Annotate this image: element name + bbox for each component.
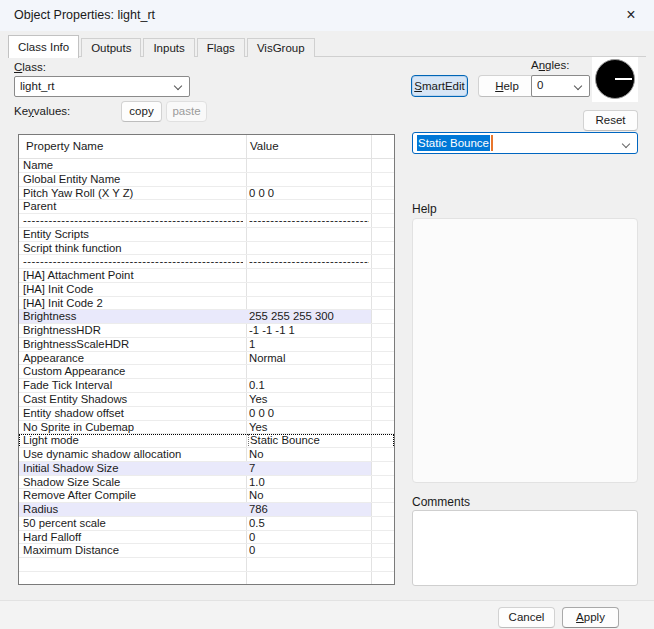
tab-visgroup[interactable]: VisGroup xyxy=(247,38,315,57)
text-caret xyxy=(491,135,493,151)
tab-inputs[interactable]: Inputs xyxy=(143,38,194,57)
property-value-cell: ----------------------------------------… xyxy=(249,255,369,269)
property-name-cell: Initial Shadow Size xyxy=(23,462,243,476)
smartedit-button[interactable]: SmartEdit xyxy=(411,75,468,97)
property-value-cell: 0.5 xyxy=(249,517,369,531)
property-row[interactable] xyxy=(19,558,394,572)
property-name-cell: [HA] Init Code xyxy=(23,283,243,297)
property-name-cell: Fade Tick Interval xyxy=(23,379,243,393)
property-name-cell: [HA] Init Code 2 xyxy=(23,297,243,311)
property-value-cell: 255 255 255 300 xyxy=(249,310,369,324)
chevron-down-icon[interactable] xyxy=(574,82,582,90)
property-row[interactable] xyxy=(19,572,394,585)
property-value-cell: 1 xyxy=(249,338,369,352)
property-name-cell: Light mode xyxy=(23,434,243,448)
property-row[interactable]: Script think function xyxy=(19,242,394,256)
angle-needle-icon xyxy=(615,78,632,80)
property-row[interactable]: [HA] Init Code 2 xyxy=(19,297,394,311)
paste-button[interactable]: paste xyxy=(166,101,207,122)
property-name-cell: BrightnessHDR xyxy=(23,324,243,338)
property-row[interactable]: ----------------------------------------… xyxy=(19,214,394,228)
property-table: Property Name Value Name Global Entity N… xyxy=(18,134,395,585)
chevron-down-icon[interactable] xyxy=(174,82,182,90)
property-row[interactable]: Brightness 255 255 255 300 xyxy=(19,310,394,324)
property-row[interactable]: [HA] Attachment Point xyxy=(19,269,394,283)
footer-bar: Cancel Apply xyxy=(0,600,654,629)
help-content-box xyxy=(412,218,638,483)
window-title: Object Properties: light_rt xyxy=(14,0,155,31)
property-row[interactable]: 50 percent scale 0.5 xyxy=(19,517,394,531)
property-row[interactable]: BrightnessHDR -1 -1 -1 1 xyxy=(19,324,394,338)
property-row[interactable]: Initial Shadow Size 7 xyxy=(19,462,394,476)
apply-button[interactable]: Apply xyxy=(562,607,619,628)
comments-input[interactable] xyxy=(412,510,638,586)
property-name-cell: [HA] Attachment Point xyxy=(23,269,243,283)
value-editor-selected-text: Static Bounce xyxy=(417,135,490,151)
property-name-cell: Maximum Distance xyxy=(23,544,243,558)
property-name-cell: Global Entity Name xyxy=(23,173,243,187)
property-name-cell: Use dynamic shadow allocation xyxy=(23,448,243,462)
value-editor-combo[interactable]: Static Bounce xyxy=(412,132,638,154)
property-row[interactable]: BrightnessScaleHDR 1 xyxy=(19,338,394,352)
property-table-header: Property Name Value xyxy=(19,135,394,159)
class-combo[interactable]: light_rt xyxy=(14,76,190,97)
property-name-cell: Custom Appearance xyxy=(23,365,243,379)
property-row[interactable]: Fade Tick Interval 0.1 xyxy=(19,379,394,393)
property-row[interactable]: Name xyxy=(19,159,394,173)
tab-strip: Class InfoOutputsInputsFlagsVisGroup xyxy=(8,34,317,57)
property-row[interactable]: Use dynamic shadow allocation No xyxy=(19,448,394,462)
angle-dial-icon xyxy=(595,59,635,99)
property-value-cell: No xyxy=(249,448,369,462)
property-value-cell: 0 0 0 xyxy=(249,407,369,421)
angles-label: Angles: xyxy=(531,59,569,71)
property-row[interactable]: Custom Appearance xyxy=(19,365,394,379)
property-row[interactable]: Cast Entity Shadows Yes xyxy=(19,393,394,407)
help-button[interactable]: Help xyxy=(478,75,536,97)
property-name-cell: Entity shadow offset xyxy=(23,407,243,421)
close-icon[interactable]: × xyxy=(614,0,648,31)
cancel-button[interactable]: Cancel xyxy=(498,607,555,628)
property-row[interactable]: Appearance Normal xyxy=(19,352,394,366)
class-label: Class: xyxy=(14,61,46,73)
property-name-cell: ----------------------------------------… xyxy=(23,255,243,269)
property-row[interactable]: Light mode Static Bounce xyxy=(19,434,394,448)
property-name-cell: Cast Entity Shadows xyxy=(23,393,243,407)
property-row[interactable]: Remove After Compile No xyxy=(19,489,394,503)
property-row[interactable]: No Sprite in Cubemap Yes xyxy=(19,421,394,435)
tab-flags[interactable]: Flags xyxy=(197,38,245,57)
property-row[interactable]: [HA] Init Code xyxy=(19,283,394,297)
property-name-cell: Hard Falloff xyxy=(23,531,243,545)
property-name-cell: No Sprite in Cubemap xyxy=(23,421,243,435)
help-section-label: Help xyxy=(412,202,437,216)
property-row[interactable]: ----------------------------------------… xyxy=(19,255,394,269)
property-name-cell: Brightness xyxy=(23,310,243,324)
angles-combo[interactable]: 0 xyxy=(531,75,590,97)
property-name-cell: Shadow Size Scale xyxy=(23,476,243,490)
property-row[interactable]: Hard Falloff 0 xyxy=(19,531,394,545)
property-row[interactable]: Pitch Yaw Roll (X Y Z) 0 0 0 xyxy=(19,187,394,201)
property-value-cell: 0.1 xyxy=(249,379,369,393)
property-value-cell: -1 -1 -1 1 xyxy=(249,324,369,338)
property-row[interactable]: Entity shadow offset 0 0 0 xyxy=(19,407,394,421)
property-value-cell: 1.0 xyxy=(249,476,369,490)
column-header-value: Value xyxy=(250,140,279,152)
property-row[interactable]: Radius 786 xyxy=(19,503,394,517)
tab-outputs[interactable]: Outputs xyxy=(81,38,141,57)
property-value-cell: No xyxy=(249,489,369,503)
copy-button[interactable]: copy xyxy=(121,101,162,122)
property-row[interactable]: Parent xyxy=(19,200,394,214)
comments-label: Comments xyxy=(412,495,470,509)
property-row[interactable]: Global Entity Name xyxy=(19,173,394,187)
property-name-cell: Entity Scripts xyxy=(23,228,243,242)
property-name-cell: Pitch Yaw Roll (X Y Z) xyxy=(23,187,243,201)
chevron-down-icon[interactable] xyxy=(622,140,630,148)
tab-class-info[interactable]: Class Info xyxy=(8,35,79,58)
property-row[interactable]: Shadow Size Scale 1.0 xyxy=(19,476,394,490)
reset-button[interactable]: Reset xyxy=(583,110,638,131)
property-value-cell: Static Bounce xyxy=(248,434,368,448)
property-row[interactable]: Maximum Distance 0 xyxy=(19,544,394,558)
property-name-cell: Radius xyxy=(23,503,243,517)
property-row[interactable]: Entity Scripts xyxy=(19,228,394,242)
angle-picker[interactable] xyxy=(592,57,638,102)
keyvalues-label: Keyvalues: xyxy=(14,105,70,117)
